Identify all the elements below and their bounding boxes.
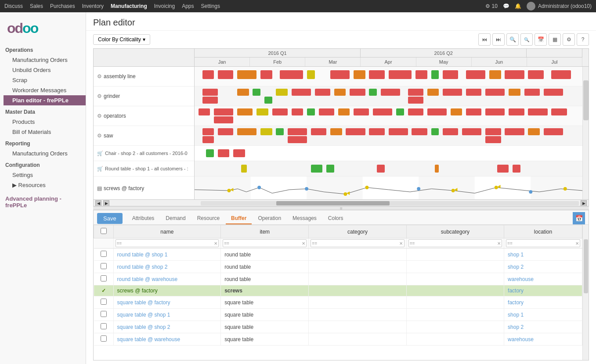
svg-point-13 [563, 187, 567, 191]
filter-clear-subcategory[interactable]: ✕ [496, 241, 502, 246]
row-name[interactable]: square table @ shop 1 [113, 309, 221, 321]
scroll-left-btn[interactable]: ◀ [95, 200, 101, 206]
row-checkbox[interactable] [101, 299, 107, 305]
tab-attributes[interactable]: Attributes [127, 213, 160, 224]
table-scroll-thumb [584, 239, 588, 293]
gantt-label-text-assembly: assembly line [104, 73, 136, 79]
row-name[interactable]: screws @ factory [113, 285, 221, 296]
row-name[interactable]: square table @ factory [113, 296, 221, 309]
row-checkbox-cell: ✓ [94, 285, 114, 296]
tab-messages[interactable]: Messages [287, 213, 322, 224]
gear-icon: ⚙ [97, 73, 102, 79]
sidebar-item-workorder-messages[interactable]: Workorder Messages [4, 85, 86, 95]
table-vertical-scrollbar[interactable] [582, 225, 589, 360]
row-checkbox[interactable] [101, 263, 107, 269]
gantt-help-btn[interactable]: ? [577, 33, 589, 46]
user-avatar-area[interactable]: Administrator (odoo10) [527, 2, 592, 11]
gantt-month-jan: Jan [195, 58, 250, 66]
nav-purchases[interactable]: Purchases [50, 3, 75, 9]
select-all-checkbox[interactable] [101, 228, 107, 234]
sidebar-item-scrap[interactable]: Scrap [4, 75, 86, 85]
row-checkbox[interactable] [101, 323, 107, 329]
filter-input-subcategory[interactable] [415, 240, 496, 247]
svg-rect-0 [195, 177, 251, 199]
nav-discuss[interactable]: Discuss [4, 3, 23, 9]
gantt-calendar-btn[interactable]: 📅 [535, 33, 547, 46]
color-by-dropdown[interactable]: Color By Criticality ▾ [93, 34, 150, 45]
filter-input-item[interactable] [230, 240, 301, 247]
filter-clear-name[interactable]: ✕ [213, 241, 218, 246]
gear-icon-grinder: ⚙ [97, 93, 102, 99]
gantt-first-btn[interactable]: ⏮ [478, 33, 491, 46]
sidebar-item-manufacturing-orders[interactable]: Manufacturing Orders [4, 55, 86, 65]
sidebar-item-reporting-mfg-orders[interactable]: Manufacturing Orders [4, 148, 86, 159]
sidebar-item-unbuild-orders[interactable]: Unbuild Orders [4, 65, 86, 75]
gantt-grid-btn[interactable]: ▦ [549, 33, 561, 46]
filter-clear-category[interactable]: ✕ [398, 241, 404, 246]
messages-icon[interactable]: 💬 [503, 3, 509, 9]
gantt-settings-btn[interactable]: ⚙ [563, 33, 575, 46]
notification-count[interactable]: ⚙ 10 [485, 3, 498, 9]
filter-input-location[interactable] [513, 240, 574, 247]
bottom-tabs-bar: Save Attributes Demand Resource Buffer O… [94, 210, 589, 225]
row-location: shop 2 [504, 321, 582, 333]
row-location: warehouse [504, 333, 582, 346]
row-checkbox[interactable] [101, 311, 107, 317]
save-button[interactable]: Save [97, 213, 123, 224]
nav-invoicing[interactable]: Invoicing [154, 3, 175, 9]
sidebar-item-products[interactable]: Products [4, 117, 86, 127]
sidebar-item-settings[interactable]: Settings [4, 170, 86, 180]
table-wrapper[interactable]: name item category subcategory location [94, 225, 582, 360]
row-location: factory [504, 285, 582, 296]
gantt-timeline-header: 2016 Q1 2016 Q2 Jan Feb Mar Apr May Jun … [195, 49, 582, 66]
filter-cell-location: == ✕ [504, 238, 582, 249]
row-name[interactable]: square table @ shop 2 [113, 321, 221, 333]
nav-settings[interactable]: Settings [201, 3, 220, 9]
row-name[interactable]: round table @ shop 1 [113, 249, 221, 261]
row-checkbox[interactable] [101, 335, 107, 342]
gantt-zoom-in-btn[interactable]: 🔍 [506, 33, 519, 46]
nav-apps[interactable]: Apps [182, 3, 194, 9]
scroll-right-end-btn[interactable]: ▶ [581, 200, 587, 206]
sidebar-item-advanced-planning[interactable]: Advanced planning - frePPLe [0, 194, 86, 210]
row-name[interactable]: round table @ warehouse [113, 273, 221, 285]
sidebar-item-plan-editor[interactable]: Plan editor - frePPLe [4, 95, 86, 105]
filter-clear-location[interactable]: ✕ [574, 241, 580, 246]
filter-input-name[interactable] [123, 240, 213, 247]
tab-resource[interactable]: Resource [192, 213, 225, 224]
tab-calendar-button[interactable]: 📅 [573, 212, 585, 224]
sidebar-item-resources[interactable]: ▶ Resources [4, 180, 86, 190]
filter-input-category[interactable] [318, 240, 398, 247]
tab-colors[interactable]: Colors [323, 213, 349, 224]
nav-inventory[interactable]: Inventory [82, 3, 104, 9]
nav-manufacturing[interactable]: Manufacturing [111, 3, 147, 9]
nav-sales[interactable]: Sales [30, 3, 43, 9]
row-subcategory [406, 249, 504, 261]
resize-handle[interactable]: ≡ [93, 206, 589, 210]
gantt-chart-content[interactable] [195, 67, 582, 199]
dropdown-arrow-icon: ▾ [143, 36, 145, 43]
tab-operation[interactable]: Operation [253, 213, 286, 224]
gantt-label-round-demand: 🛒 Round table - shop 1 - all customers -… [94, 161, 194, 177]
tab-buffer[interactable]: Buffer [226, 213, 252, 224]
gantt-zoom-out-btn[interactable]: 🔍 [520, 33, 533, 46]
filter-clear-item[interactable]: ✕ [300, 241, 306, 246]
filter-op-name: == [116, 241, 123, 246]
scroll-track[interactable] [201, 201, 579, 205]
scroll-right-btn[interactable]: ▶ [103, 200, 109, 206]
row-checkbox[interactable] [101, 251, 107, 257]
odoo-logo-text: odoo [7, 20, 79, 36]
gantt-last-btn[interactable]: ⏭ [492, 33, 505, 46]
row-name[interactable]: square table @ warehouse [113, 333, 221, 346]
row-subcategory [406, 296, 504, 309]
gantt-month-mar: Mar [305, 58, 361, 66]
sidebar-item-bill-of-materials[interactable]: Bill of Materials [4, 127, 86, 137]
row-checkbox[interactable] [101, 275, 107, 281]
top-navigation: Discuss Sales Purchases Inventory Manufa… [0, 0, 596, 12]
gantt-label-chair-demand: 🛒 Chair - shop 2 - all customers - 2016-… [94, 146, 194, 161]
gantt-vertical-scrollbar[interactable] [582, 67, 589, 199]
tab-demand[interactable]: Demand [160, 213, 191, 224]
gantt-horizontal-scrollbar[interactable]: ◀ ▶ ▶ [94, 199, 589, 206]
row-name[interactable]: round table @ shop 2 [113, 261, 221, 273]
alerts-icon[interactable]: 🔔 [515, 3, 521, 9]
